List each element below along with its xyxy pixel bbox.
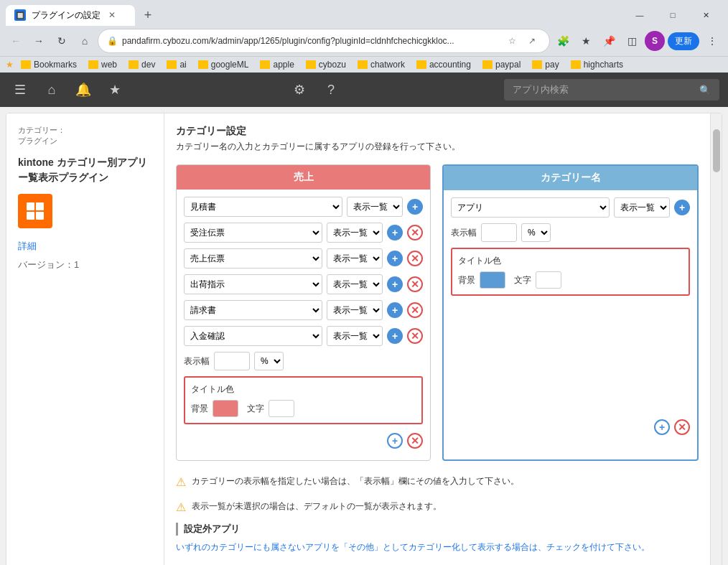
home-icon[interactable]: ⌂ (40, 78, 63, 101)
forward-button[interactable]: → (29, 31, 49, 51)
sidebar-icon[interactable]: ◫ (622, 31, 642, 51)
add-app-button-1-4[interactable]: + (387, 276, 403, 292)
notification-icon[interactable]: 🔔 (72, 78, 95, 101)
menu-icon[interactable]: ⋮ (702, 31, 722, 51)
bookmark-label: cybozu (319, 60, 346, 70)
app-select-1-1[interactable]: 見積書 (184, 197, 342, 217)
bookmark-star-icon[interactable]: ☆ (503, 32, 521, 50)
color-row-1: 背景 文字 (191, 400, 416, 417)
add-app-button-1-3[interactable]: + (387, 251, 403, 266)
remove-app-button-1-3[interactable]: ✕ (407, 251, 423, 266)
bg-color-swatch-2[interactable] (480, 271, 505, 289)
remove-app-button-1-6[interactable]: ✕ (407, 328, 423, 344)
back-button[interactable]: ← (6, 31, 26, 51)
settings-desc: いずれのカテゴリーにも属さないアプリを「その他」としてカテゴリー化して表示する場… (176, 541, 699, 554)
width-input-1[interactable] (214, 352, 250, 370)
view-select-1-4[interactable]: 表示一覧 (327, 274, 383, 294)
pin-icon[interactable]: 📌 (599, 31, 619, 51)
remove-app-button-1-5[interactable]: ✕ (407, 302, 423, 318)
url-bar[interactable]: 🔒 pandafirm.cybozu.com/k/admin/app/1265/… (98, 29, 550, 53)
reload-button[interactable]: ↻ (52, 31, 72, 51)
close-window-button[interactable]: ✕ (689, 4, 722, 26)
active-tab[interactable]: 🔲 プラグインの設定 ✕ (6, 5, 135, 26)
tab-close-button[interactable]: ✕ (106, 9, 118, 21)
app-select-1-5[interactable]: 請求書 (184, 300, 322, 320)
app-select-1-4[interactable]: 出荷指示 (184, 274, 322, 294)
remove-app-button-1-2[interactable]: ✕ (407, 225, 423, 241)
remove-category-button-2[interactable]: ✕ (674, 419, 690, 435)
tab-bar: 🔲 プラグインの設定 ✕ + — □ ✕ (0, 0, 728, 26)
view-select-1-6[interactable]: 表示一覧 (327, 326, 383, 346)
app-select-1-3[interactable]: 売上伝票 (184, 248, 322, 269)
bookmark-web[interactable]: web (84, 58, 121, 71)
folder-icon (260, 60, 270, 69)
info-text-2: 表示一覧が未選択の場合は、デフォルトの一覧が表示されます。 (192, 500, 442, 513)
folder-icon (167, 60, 177, 69)
view-select-2-1[interactable]: 表示一覧 (614, 197, 670, 218)
update-button[interactable]: 更新 (668, 32, 699, 50)
title-color-label-1: タイトル色 (191, 383, 416, 396)
bookmark-bookmarks[interactable]: Bookmarks (17, 58, 81, 71)
text-color-swatch-1[interactable] (269, 400, 294, 417)
add-app-button-1-5[interactable]: + (387, 302, 403, 318)
maximize-button[interactable]: □ (656, 4, 689, 26)
add-app-button-2-1[interactable]: + (674, 200, 690, 215)
text-color-item-1: 文字 (247, 400, 294, 417)
bookmark-icon[interactable]: ★ (103, 78, 126, 101)
category-header-2: カテゴリー名 (444, 166, 697, 190)
bookmark-cybozu[interactable]: cybozu (302, 58, 350, 71)
add-category-button-2[interactable]: + (654, 419, 670, 435)
home-button[interactable]: ⌂ (75, 31, 95, 51)
bookmark-dev[interactable]: dev (124, 58, 159, 71)
view-select-1-5[interactable]: 表示一覧 (327, 300, 383, 320)
app-select-1-6[interactable]: 入金確認 (184, 326, 322, 346)
remove-app-button-1-4[interactable]: ✕ (407, 276, 423, 292)
remove-category-button-1[interactable]: ✕ (407, 433, 423, 449)
width-row-1: 表示幅 % (184, 352, 423, 370)
view-select-1-1[interactable]: 表示一覧 (347, 197, 403, 217)
bookmark-ai[interactable]: ai (162, 58, 190, 71)
add-app-button-1-6[interactable]: + (387, 328, 403, 344)
menu-icon[interactable]: ☰ (9, 78, 32, 101)
detail-link[interactable]: 詳細 (18, 240, 152, 253)
add-app-button-1-2[interactable]: + (387, 225, 403, 241)
category-content-1: 見積書 表示一覧 + 受注伝票 表示一覧 + ✕ 売上伝票 表示一覧 (177, 190, 430, 460)
bookmark-chatwork[interactable]: chatwork (353, 58, 409, 71)
bg-label-1: 背景 (191, 403, 208, 415)
folder-icon (88, 60, 98, 69)
scrollbar[interactable] (710, 113, 722, 565)
bookmark-paypal[interactable]: paypal (478, 58, 525, 71)
view-select-1-3[interactable]: 表示一覧 (327, 248, 383, 269)
app-row: アプリ 表示一覧 + (451, 197, 690, 218)
unit-select-1[interactable]: % (254, 352, 284, 370)
settings-icon[interactable]: ⚙ (288, 78, 311, 101)
bookmark-highcharts[interactable]: highcharts (566, 58, 627, 71)
help-icon[interactable]: ? (319, 78, 342, 101)
settings-section-title: 設定外アプリ (176, 523, 699, 536)
view-select-1-2[interactable]: 表示一覧 (327, 223, 383, 243)
profile-button[interactable]: S (645, 31, 665, 51)
extensions-icon[interactable]: 🧩 (553, 31, 573, 51)
bookmarks-icon[interactable]: ★ (576, 31, 596, 51)
search-icon[interactable]: 🔍 (699, 85, 711, 95)
app-select-1-2[interactable]: 受注伝票 (184, 223, 322, 243)
title-color-section-1: タイトル色 背景 文字 (184, 376, 423, 424)
scroll-thumb[interactable] (713, 129, 720, 172)
bookmark-pay[interactable]: pay (528, 58, 563, 71)
bookmark-accounting[interactable]: accounting (412, 58, 475, 71)
category-header-1: 売上 (177, 165, 430, 190)
unit-select-2[interactable]: % (521, 223, 551, 242)
search-bar[interactable]: アプリ内検索 🔍 (504, 79, 719, 101)
bg-color-swatch-1[interactable] (213, 400, 238, 417)
add-app-button-1-1[interactable]: + (407, 199, 423, 215)
text-color-swatch-2[interactable] (536, 271, 561, 289)
bookmark-googleml[interactable]: googleML (194, 58, 253, 71)
width-input-2[interactable] (481, 223, 517, 242)
add-category-button-1[interactable]: + (387, 433, 403, 449)
new-tab-button[interactable]: + (138, 5, 158, 25)
search-placeholder: アプリ内検索 (513, 83, 694, 96)
app-select-2-1[interactable]: アプリ (451, 197, 610, 218)
share-icon[interactable]: ↗ (523, 32, 541, 50)
bookmark-apple[interactable]: apple (256, 58, 298, 71)
minimize-button[interactable]: — (623, 4, 656, 26)
